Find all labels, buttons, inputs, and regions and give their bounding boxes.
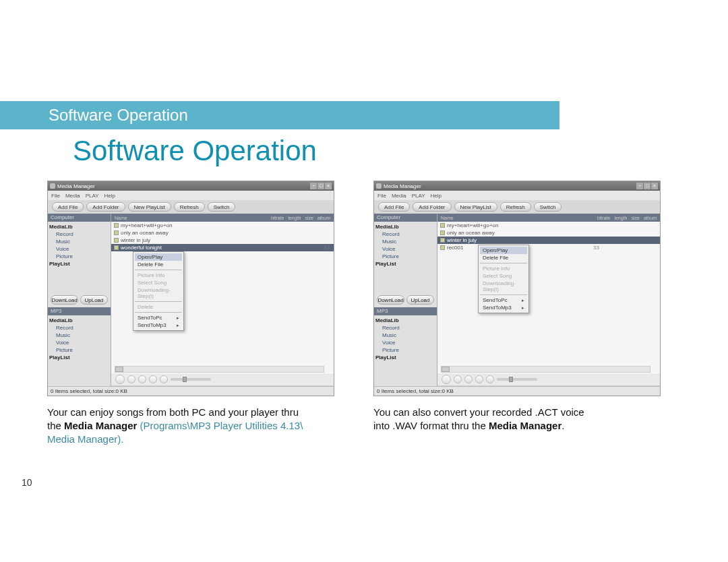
separator xyxy=(135,270,182,270)
volume-slider[interactable] xyxy=(497,378,537,381)
tree-voice[interactable]: Voice xyxy=(49,245,109,253)
download-button[interactable]: DownLoad xyxy=(51,295,78,305)
separator xyxy=(480,263,527,263)
cm-delete-file[interactable]: Delete File xyxy=(480,254,527,261)
col-size: size xyxy=(631,216,639,220)
tree-voice-mp3[interactable]: Voice xyxy=(49,339,109,346)
new-playlist-button[interactable]: New PlayList xyxy=(128,202,171,212)
tree-root[interactable]: MediaLib xyxy=(375,223,435,230)
sidebar-header-mp3: MP3 xyxy=(48,307,111,315)
tree-music[interactable]: Music xyxy=(375,238,435,245)
scrollbar[interactable] xyxy=(441,366,650,373)
col-bitrate: bitrate xyxy=(271,216,284,220)
tree-playlist-mp3[interactable]: PlayList xyxy=(49,354,109,361)
menu-file[interactable]: File xyxy=(377,193,386,199)
menu-file[interactable]: File xyxy=(51,193,60,199)
cm-send-to-pc[interactable]: SendToPc▸ xyxy=(135,314,182,321)
tree-record-mp3[interactable]: Record xyxy=(49,324,109,332)
tree-record[interactable]: Record xyxy=(375,230,435,238)
tree-playlist[interactable]: PlayList xyxy=(49,260,109,268)
menubar: File Media PLAY Help xyxy=(48,191,334,200)
caption-text: into .WAV format thru the xyxy=(373,420,489,431)
menu-help[interactable]: Help xyxy=(104,193,115,199)
slider-thumb[interactable] xyxy=(509,377,513,382)
maximize-button[interactable]: □ xyxy=(644,183,650,189)
scroll-thumb[interactable] xyxy=(115,367,123,372)
tree-voice[interactable]: Voice xyxy=(375,245,435,253)
switch-button[interactable]: Switch xyxy=(208,202,236,212)
stop-button[interactable] xyxy=(454,375,462,383)
tree-record-mp3[interactable]: Record xyxy=(375,324,435,332)
tree-picture-mp3[interactable]: Picture xyxy=(49,346,109,354)
cm-open-play[interactable]: Open/Play xyxy=(135,253,182,261)
scroll-thumb[interactable] xyxy=(442,367,450,372)
switch-button[interactable]: Switch xyxy=(534,202,562,212)
list-item[interactable]: my+heart+will+go+on xyxy=(111,222,334,229)
tree-root-mp3[interactable]: MediaLib xyxy=(49,317,109,324)
new-playlist-button[interactable]: New PlayList xyxy=(454,202,497,212)
minimize-button[interactable]: − xyxy=(636,183,643,189)
play-button[interactable] xyxy=(442,375,451,384)
list-item[interactable]: winter in july xyxy=(111,237,334,244)
upload-button[interactable]: UpLoad xyxy=(406,295,434,305)
list-item[interactable]: my+heart+will+go+on xyxy=(437,222,660,229)
refresh-button[interactable]: Refresh xyxy=(500,202,531,212)
list-item-selected[interactable]: wonderful tonight 33 xyxy=(111,244,334,251)
volume-slider[interactable] xyxy=(171,378,211,381)
tree-picture[interactable]: Picture xyxy=(49,253,109,260)
menu-media[interactable]: Media xyxy=(65,193,80,199)
tree-music[interactable]: Music xyxy=(49,238,109,245)
tree-picture-mp3[interactable]: Picture xyxy=(375,346,435,354)
close-button[interactable]: × xyxy=(325,183,332,189)
next-button[interactable] xyxy=(149,375,157,383)
file-name: my+heart+will+go+on xyxy=(447,222,499,229)
tree-music-mp3[interactable]: Music xyxy=(49,332,109,339)
stop-button[interactable] xyxy=(127,375,135,383)
window-titlebar: Media Manager − □ × xyxy=(374,181,660,191)
cm-send-to-pc[interactable]: SendToPc▸ xyxy=(480,296,527,304)
context-menu: Open/Play Delete File Picture Info Selec… xyxy=(478,245,529,313)
tree-playlist[interactable]: PlayList xyxy=(375,260,435,268)
menu-play[interactable]: PLAY xyxy=(412,193,425,199)
list-item-selected[interactable]: winter in july xyxy=(437,237,660,244)
cm-delete-file[interactable]: Delete File xyxy=(135,261,182,268)
tree-voice-mp3[interactable]: Voice xyxy=(375,339,435,346)
add-file-button[interactable]: Add File xyxy=(52,202,84,212)
tree-music-mp3[interactable]: Music xyxy=(375,332,435,339)
menu-help[interactable]: Help xyxy=(431,193,442,199)
tree-record[interactable]: Record xyxy=(49,230,109,238)
cm-downloading: Downloading-Step(I) xyxy=(480,280,527,293)
menu-media[interactable]: Media xyxy=(392,193,406,199)
prev-button[interactable] xyxy=(138,375,146,383)
list-item[interactable]: rec001 33 xyxy=(437,244,660,251)
add-folder-button[interactable]: Add Folder xyxy=(86,202,125,212)
refresh-button[interactable]: Refresh xyxy=(174,202,205,212)
file-dur: 33 xyxy=(324,244,330,251)
download-button[interactable]: DownLoad xyxy=(377,295,404,305)
cm-open-play[interactable]: Open/Play xyxy=(480,247,527,254)
upload-button[interactable]: UpLoad xyxy=(80,295,108,305)
right-column: Media Manager − □ × File Media PLAY Help… xyxy=(373,181,661,446)
list-item[interactable]: only an ocean away xyxy=(437,229,660,237)
vol-button[interactable] xyxy=(160,375,168,383)
minimize-button[interactable]: − xyxy=(310,183,317,189)
maximize-button[interactable]: □ xyxy=(317,183,324,189)
menu-play[interactable]: PLAY xyxy=(86,193,99,199)
play-button[interactable] xyxy=(115,375,125,384)
tree-root-mp3[interactable]: MediaLib xyxy=(375,317,435,324)
tree-root[interactable]: MediaLib xyxy=(49,223,109,230)
tree-playlist-mp3[interactable]: PlayList xyxy=(375,354,435,361)
scrollbar[interactable] xyxy=(115,366,324,373)
vol-button[interactable] xyxy=(486,375,494,383)
slider-thumb[interactable] xyxy=(183,377,187,382)
close-button[interactable]: × xyxy=(651,183,658,189)
cm-send-to-mp3[interactable]: SendToMp3▸ xyxy=(480,304,527,311)
list-item[interactable]: only an ocean away xyxy=(111,229,334,237)
cm-send-to-mp3[interactable]: SendToMp3▸ xyxy=(135,321,182,329)
add-file-button[interactable]: Add File xyxy=(378,202,410,212)
prev-button[interactable] xyxy=(464,375,473,383)
tree-picture[interactable]: Picture xyxy=(375,253,435,260)
add-folder-button[interactable]: Add Folder xyxy=(413,202,451,212)
next-button[interactable] xyxy=(475,375,483,383)
file-name: only an ocean away xyxy=(121,229,169,237)
